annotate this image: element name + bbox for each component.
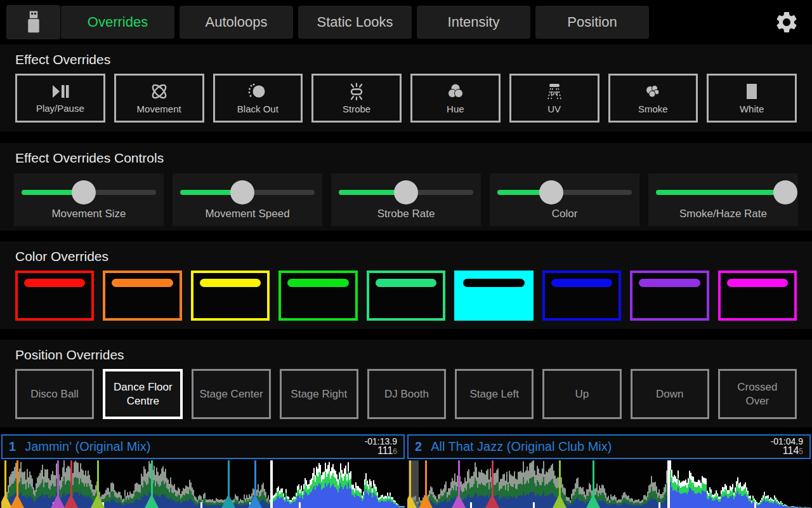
effect-button-black-out[interactable]: Black Out — [213, 74, 303, 123]
hue-circles-icon — [445, 83, 466, 100]
section-title: Effect Overrides — [0, 44, 812, 67]
tab-position[interactable]: Position — [535, 6, 649, 39]
usb-drive-button[interactable] — [6, 5, 60, 39]
color-bar — [112, 279, 173, 287]
slider-movement-size[interactable]: Movement Size — [14, 173, 164, 226]
deck-readouts: -01:04.9 1145 — [771, 437, 803, 457]
slider-thumb[interactable] — [539, 180, 563, 204]
position-button-stage-center[interactable]: Stage Center — [192, 369, 270, 419]
slider-thumb[interactable] — [230, 180, 254, 204]
position-button-crossed-over[interactable]: Crossed Over — [718, 369, 797, 419]
effect-button-white[interactable]: White — [707, 74, 797, 123]
top-bar: Overrides Autoloops Static Looks Intensi… — [0, 0, 812, 44]
slider-movement-speed[interactable]: Movement Speed — [173, 173, 322, 226]
cue-flag — [91, 494, 105, 508]
tab-intensity[interactable]: Intensity — [417, 6, 530, 39]
section-title: Color Overrides — [0, 241, 812, 264]
cue-flag — [145, 494, 159, 508]
slider-track[interactable] — [656, 190, 790, 195]
slider-track[interactable] — [339, 190, 473, 195]
color-swatch-violet[interactable] — [630, 271, 709, 321]
slider-track[interactable] — [22, 190, 156, 195]
position-button-stage-right[interactable]: Stage Right — [280, 369, 358, 419]
slider-thumb[interactable] — [773, 180, 797, 204]
position-button-dance-floor-centre[interactable]: Dance Floor Centre — [103, 369, 183, 419]
playhead — [270, 460, 273, 508]
color-swatch-spring-green[interactable] — [367, 271, 445, 321]
cue-flag — [10, 494, 24, 508]
cue-flag — [221, 494, 235, 508]
time-remaining: -01:13.9 — [365, 437, 397, 446]
cue-point-marker[interactable] — [228, 460, 230, 508]
slider-strobe-rate[interactable]: Strobe Rate — [331, 173, 481, 226]
slider-smoke-haze-rate[interactable]: Smoke/Haze Rate — [648, 173, 798, 226]
strobe-flash-icon — [346, 83, 367, 100]
blackout-eclipse-icon — [247, 83, 268, 100]
slider-color[interactable]: Color — [490, 173, 639, 226]
tab-overrides[interactable]: Overrides — [61, 6, 174, 39]
color-bar — [463, 279, 524, 287]
effect-button-strobe[interactable]: Strobe — [311, 74, 402, 123]
bpm-readout: 1116 — [365, 446, 397, 457]
cue-point-marker[interactable] — [151, 460, 153, 508]
tab-bar: Overrides Autoloops Static Looks Intensi… — [61, 6, 649, 39]
movement-orbit-icon — [148, 83, 170, 100]
cue-point-marker[interactable] — [593, 460, 594, 508]
color-swatch-magenta[interactable] — [718, 271, 797, 321]
effect-button-hue[interactable]: Hue — [410, 74, 501, 123]
position-button-disco-ball[interactable]: Disco Ball — [15, 369, 94, 419]
cue-point-marker[interactable] — [4, 460, 6, 508]
effect-button-smoke[interactable]: Smoke — [608, 74, 698, 123]
cue-point-marker[interactable] — [492, 460, 494, 508]
slider-thumb[interactable] — [72, 180, 96, 204]
cue-point-marker[interactable] — [70, 460, 72, 508]
color-swatch-yellow[interactable] — [191, 271, 270, 321]
position-button-dj-booth[interactable]: DJ Booth — [367, 369, 446, 419]
track-title: Jammin' (Original Mix) — [25, 439, 150, 454]
cue-flag — [64, 494, 78, 508]
effect-button-label: Movement — [137, 104, 181, 114]
slider-thumb[interactable] — [394, 180, 418, 204]
settings-button[interactable] — [773, 8, 801, 36]
usb-drive-icon — [24, 10, 43, 34]
tab-static-looks[interactable]: Static Looks — [298, 6, 412, 39]
deck-1-waveform[interactable] — [1, 460, 405, 508]
cue-point-marker[interactable] — [425, 460, 427, 508]
color-swatch-green[interactable] — [278, 271, 357, 321]
slider-track[interactable] — [180, 190, 315, 195]
color-swatch-red[interactable] — [15, 271, 94, 321]
position-button-up[interactable]: Up — [542, 369, 621, 419]
effect-button-uv[interactable]: UV UV — [509, 74, 599, 123]
cue-point-marker[interactable] — [254, 460, 256, 508]
effect-button-movement[interactable]: Movement — [114, 74, 204, 123]
effect-button-play-pause[interactable]: Play/Pause — [15, 74, 105, 123]
bpm-readout: 1145 — [771, 446, 803, 457]
cue-point-marker[interactable] — [409, 460, 411, 508]
deck-2-waveform[interactable] — [407, 460, 811, 508]
cue-flag — [419, 494, 433, 508]
white-square-icon — [741, 83, 763, 100]
color-swatch-cyan[interactable] — [454, 271, 533, 321]
cue-point-marker[interactable] — [57, 460, 59, 508]
position-overrides-section: Position Overrides Disco Ball Dance Floo… — [0, 340, 812, 427]
deck-number: 2 — [415, 439, 422, 454]
play-pause-icon — [49, 83, 71, 100]
slider-label: Movement Speed — [173, 208, 322, 220]
time-remaining: -01:04.9 — [771, 437, 803, 446]
position-button-down[interactable]: Down — [631, 369, 709, 419]
tab-autoloops[interactable]: Autoloops — [180, 6, 293, 39]
color-swatch-blue[interactable] — [542, 271, 621, 321]
position-button-stage-left[interactable]: Stage Left — [455, 369, 534, 419]
color-swatch-orange[interactable] — [103, 271, 181, 321]
color-bar — [376, 279, 436, 287]
effect-button-label: White — [740, 104, 764, 114]
minute-marker — [754, 502, 756, 508]
cue-point-marker[interactable] — [97, 460, 99, 508]
cue-point-marker[interactable] — [16, 460, 18, 508]
cue-point-marker[interactable] — [458, 460, 460, 508]
gear-icon — [774, 10, 799, 35]
position-buttons-row: Disco Ball Dance Floor Centre Stage Cent… — [15, 369, 797, 419]
slider-track[interactable] — [497, 190, 632, 195]
cue-point-marker[interactable] — [559, 460, 561, 508]
color-swatches-row — [15, 271, 797, 321]
